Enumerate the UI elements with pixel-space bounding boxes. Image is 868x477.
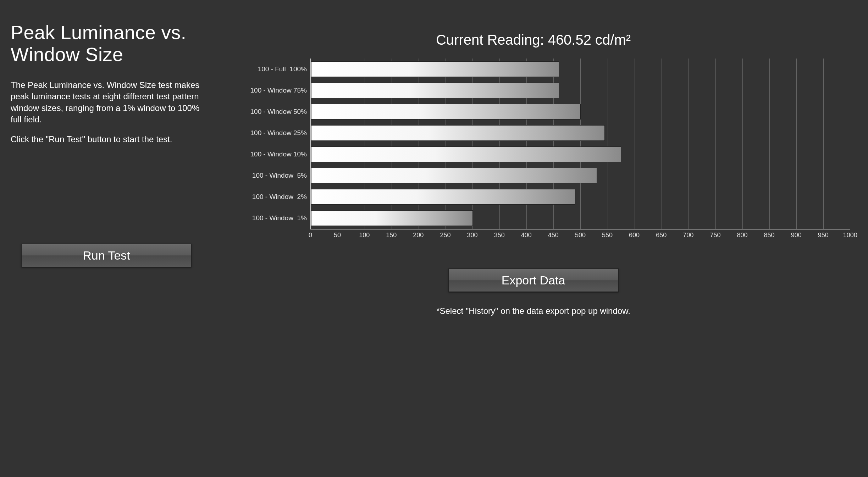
chart-bar-slot (311, 165, 850, 186)
chart-y-label: 100 - Window 1% (227, 207, 310, 229)
luminance-chart: 100 - Full 100%100 - Window 75%100 - Win… (227, 59, 850, 240)
chart-x-tick-label: 950 (818, 232, 829, 239)
chart-bar-slot (311, 186, 850, 207)
chart-plot-area (310, 59, 850, 229)
chart-bar-slot (311, 59, 850, 80)
chart-x-tick-label: 600 (629, 232, 640, 239)
chart-bar (311, 189, 575, 205)
chart-x-tick-label: 150 (386, 232, 397, 239)
chart-bar (311, 61, 559, 77)
chart-x-axis: 0501001502002503003504004505005506006507… (310, 229, 850, 240)
chart-y-label: 100 - Window 75% (227, 80, 310, 101)
chart-bar (311, 210, 473, 226)
chart-x-tick-label: 200 (413, 232, 424, 239)
chart-y-label: 100 - Window 50% (227, 101, 310, 122)
app-container: Peak Luminance vs. Window Size The Peak … (0, 0, 868, 477)
below-chart-area: Export Data *Select "History" on the dat… (213, 268, 854, 316)
export-data-button[interactable]: Export Data (448, 268, 619, 292)
chart-x-tick-label: 350 (494, 232, 505, 239)
chart-y-label: 100 - Window 10% (227, 144, 310, 165)
chart-bar (311, 125, 605, 141)
chart-x-tick-label: 550 (602, 232, 613, 239)
chart-y-label: 100 - Window 5% (227, 165, 310, 186)
chart-x-tick-label: 400 (521, 232, 532, 239)
chart-bar-slot (311, 101, 850, 122)
chart-x-tick-label: 650 (656, 232, 667, 239)
left-panel: Peak Luminance vs. Window Size The Peak … (0, 0, 213, 477)
run-test-button[interactable]: Run Test (21, 244, 192, 267)
chart-y-label: 100 - Full 100% (227, 59, 310, 80)
chart-bar-slot (311, 207, 850, 229)
chart-bar-slot (311, 144, 850, 165)
chart-x-tick-label: 800 (737, 232, 747, 239)
chart-bar (311, 168, 597, 183)
page-title: Peak Luminance vs. Window Size (11, 21, 202, 65)
chart-x-tick-label: 850 (764, 232, 775, 239)
chart-x-tick-label: 50 (334, 232, 341, 239)
chart-x-tick-label: 0 (309, 232, 312, 239)
test-description: The Peak Luminance vs. Window Size test … (11, 79, 202, 126)
chart-x-tick-label: 750 (710, 232, 720, 239)
chart-x-tick: 9501000 (823, 229, 850, 240)
chart-x-tick-label: 700 (683, 232, 693, 239)
chart-bar (311, 104, 581, 120)
export-note: *Select "History" on the data export pop… (213, 306, 854, 316)
current-reading-label: Current Reading: 460.52 cd/m² (213, 32, 854, 48)
right-panel: Current Reading: 460.52 cd/m² 100 - Full… (213, 0, 868, 477)
chart-x-tick-label: 1000 (843, 232, 857, 239)
chart-x-tick-label: 300 (467, 232, 478, 239)
chart-bar-slot (311, 80, 850, 101)
test-instruction: Click the "Run Test" button to start the… (11, 134, 202, 144)
chart-x-tick-label: 900 (791, 232, 802, 239)
chart-y-label: 100 - Window 2% (227, 186, 310, 207)
chart-bar (311, 83, 559, 98)
chart-x-tick-label: 250 (440, 232, 450, 239)
chart-bars (311, 59, 850, 229)
chart-y-labels: 100 - Full 100%100 - Window 75%100 - Win… (227, 59, 310, 229)
chart-x-tick-label: 500 (575, 232, 586, 239)
chart-x-tick-label: 100 (359, 232, 370, 239)
chart-bar (311, 146, 621, 162)
chart-bar-slot (311, 122, 850, 144)
chart-x-tick: 0 (310, 229, 337, 240)
chart-x-tick-label: 450 (548, 232, 559, 239)
chart-body: 100 - Full 100%100 - Window 75%100 - Win… (227, 59, 850, 229)
chart-y-label: 100 - Window 25% (227, 122, 310, 144)
